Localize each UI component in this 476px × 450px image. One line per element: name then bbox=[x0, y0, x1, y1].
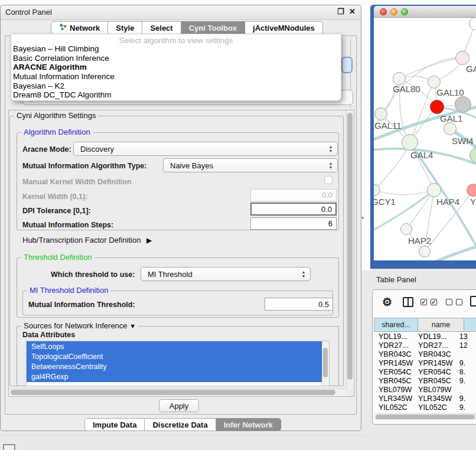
tab-infer-network[interactable]: Infer Network bbox=[216, 418, 281, 431]
document-icon[interactable] bbox=[470, 296, 476, 306]
algorithm-option[interactable]: Bayesian – Hill Climbing bbox=[11, 44, 341, 54]
table-row[interactable]: YPR145WYPR145W9. bbox=[374, 359, 476, 368]
mi-steps-field[interactable]: 6 bbox=[250, 217, 337, 230]
control-panel-tabs: NetworkStyleSelectCyni ToolboxjActiveMNo… bbox=[51, 21, 323, 34]
apply-button[interactable]: Apply bbox=[159, 399, 199, 412]
table-row[interactable]: YBL079WYBL079W bbox=[374, 386, 476, 394]
tab-discretize-data[interactable]: Discretize Data bbox=[145, 418, 216, 431]
screen: Control Panel ❐ ✕ NetworkStyleSelectCyni… bbox=[0, 0, 476, 450]
tab-jactivemnodules[interactable]: jActiveMNodules bbox=[245, 21, 323, 34]
horizontal-scrollbar-thumb[interactable] bbox=[11, 390, 335, 395]
manual-kernel-width-checkbox[interactable] bbox=[324, 176, 332, 184]
node[interactable] bbox=[455, 96, 471, 113]
algorithm-option[interactable]: Basic Correlation Inference bbox=[11, 54, 341, 63]
tab-style[interactable]: Style bbox=[108, 21, 142, 34]
table-cell: YLR345W bbox=[374, 394, 413, 403]
mi-threshold-field[interactable]: 0.5 bbox=[265, 298, 333, 311]
combo-arrows-icon: ▲▼ bbox=[326, 145, 335, 153]
hub-definition-label: Hub/Transcription Factor Definition bbox=[22, 236, 141, 244]
checked-checkbox-icon[interactable]: ✓ bbox=[431, 299, 437, 305]
minimize-traffic-light[interactable] bbox=[390, 8, 397, 15]
algorithm-option[interactable]: Dream8 DC_TDC Algorithm bbox=[11, 90, 341, 100]
node-hap4[interactable] bbox=[427, 183, 441, 197]
column-header[interactable] bbox=[464, 318, 476, 332]
node-label: HAP4 bbox=[436, 197, 459, 207]
node-swi4[interactable] bbox=[444, 122, 457, 135]
panel-divider[interactable] bbox=[361, 5, 370, 270]
node-gal4[interactable] bbox=[402, 134, 418, 151]
table-row[interactable]: YDR27...YDR27...12 bbox=[374, 341, 476, 350]
node-label: Y bbox=[470, 197, 476, 207]
mi-algorithm-type-value: Naive Bayes bbox=[170, 161, 326, 170]
columns-icon[interactable] bbox=[403, 297, 413, 307]
table-cell: YDR27... bbox=[413, 341, 455, 350]
table-cell bbox=[455, 386, 476, 394]
table-horizontal-scrollbar-thumb[interactable] bbox=[376, 415, 475, 419]
node-gal80[interactable] bbox=[393, 72, 406, 85]
column-header[interactable]: shared... bbox=[374, 318, 418, 332]
which-threshold-label: Which threshold to use: bbox=[51, 270, 135, 279]
aracne-mode-value: Discovery bbox=[80, 145, 326, 154]
node-hap2[interactable] bbox=[400, 223, 412, 235]
cyni-algorithm-settings-title: Cyni Algorithm Settings bbox=[14, 111, 98, 120]
table-row[interactable]: YIL052CYIL052C9. bbox=[374, 403, 476, 412]
algorithm-option[interactable]: ARACNE Algorithm bbox=[11, 63, 341, 72]
checked-checkbox-icon[interactable]: ✓ bbox=[420, 299, 427, 305]
tab-impute-data[interactable]: Impute Data bbox=[84, 418, 145, 431]
dpi-tolerance-value: 0.0 bbox=[321, 205, 332, 214]
combo-arrows-icon: ▲▼ bbox=[326, 161, 335, 169]
table-row[interactable]: YER054CYER054C8. bbox=[374, 368, 476, 377]
attribute-item[interactable]: SelfLoops bbox=[27, 341, 329, 351]
which-threshold-select[interactable]: MI Threshold ▲▼ bbox=[141, 267, 311, 281]
algorithm-dropdown-list: Select algorithm to view settings Bayesi… bbox=[11, 34, 341, 101]
tab-cyni-toolbox[interactable]: Cyni Toolbox bbox=[181, 21, 245, 34]
kernel-width-field[interactable]: 0.0 bbox=[250, 189, 337, 201]
control-panel-title: Control Panel bbox=[5, 8, 52, 17]
data-attributes-list[interactable]: SelfLoopsTopologicalCoefficientBetweenne… bbox=[26, 341, 330, 386]
table-cell: YIL052C bbox=[413, 403, 455, 412]
network-canvas[interactable]: GAL7GAL80GAL10GAL11GAL1SWI4GAL4GCY1HAP4Y… bbox=[374, 18, 476, 260]
attributes-scrollbar-thumb[interactable] bbox=[323, 348, 328, 377]
node-gal10[interactable] bbox=[428, 76, 441, 89]
gear-icon[interactable]: ⚙ bbox=[382, 295, 392, 309]
table-row[interactable]: YDL19...YDL19...13 bbox=[374, 332, 476, 341]
node-gal11[interactable] bbox=[374, 107, 387, 120]
divider-grabber-icon[interactable]: ◂ bbox=[361, 214, 364, 220]
close-window-icon[interactable]: ✕ bbox=[349, 7, 356, 16]
mi-algorithm-type-select[interactable]: Naive Bayes ▲▼ bbox=[163, 158, 338, 172]
combo-arrows-icon: ▲▼ bbox=[299, 270, 308, 278]
float-window-icon[interactable]: ❐ bbox=[337, 7, 344, 16]
node[interactable] bbox=[419, 246, 431, 257]
table-row[interactable]: YBR043CYBR043C bbox=[374, 350, 476, 359]
algorithm-option[interactable]: Bayesian – K2 bbox=[11, 81, 341, 91]
table-row[interactable]: YBR045CYBR045C9. bbox=[374, 377, 476, 386]
hub-definition-expander[interactable]: Hub/Transcription Factor Definition ▶ bbox=[22, 236, 152, 244]
table-cell: YER054C bbox=[413, 368, 455, 377]
close-traffic-light[interactable] bbox=[380, 8, 387, 15]
zoom-traffic-light[interactable] bbox=[401, 8, 408, 15]
algorithm-option[interactable]: Mutual Information Inference bbox=[11, 72, 341, 81]
hidden-combo-fragment bbox=[341, 57, 353, 73]
algorithm-dropdown-items: Bayesian – Hill ClimbingBasic Correlatio… bbox=[11, 44, 341, 100]
unchecked-checkbox-icon[interactable] bbox=[446, 299, 452, 305]
tab-network[interactable]: Network bbox=[51, 21, 108, 34]
column-header[interactable]: name bbox=[418, 318, 464, 332]
vertical-scrollbar-thumb[interactable] bbox=[347, 113, 353, 380]
attribute-item[interactable]: TopologicalCoefficient bbox=[27, 351, 329, 361]
node-gal1[interactable] bbox=[430, 100, 444, 114]
tab-label: Style bbox=[116, 24, 134, 32]
minimized-panel-icon[interactable] bbox=[3, 444, 15, 450]
table-row[interactable]: YLR345WYLR345W9. bbox=[374, 394, 476, 403]
table-cell: YDL19... bbox=[413, 332, 455, 341]
table-cell: YIL052C bbox=[374, 403, 413, 412]
expander-down-icon[interactable]: ▼ bbox=[129, 322, 136, 330]
tab-select[interactable]: Select bbox=[142, 21, 181, 34]
unchecked-checkbox-icon[interactable] bbox=[456, 299, 462, 305]
attribute-item[interactable]: gal4RGexp bbox=[27, 372, 329, 382]
aracne-mode-select[interactable]: Discovery ▲▼ bbox=[73, 142, 338, 156]
node-y[interactable] bbox=[467, 184, 476, 197]
dpi-tolerance-field[interactable]: 0.0 bbox=[250, 203, 337, 216]
attribute-item[interactable]: BetweennessCentrality bbox=[27, 361, 329, 371]
node-gal7[interactable] bbox=[455, 51, 470, 65]
tab-label: jActiveMNodules bbox=[253, 24, 315, 32]
